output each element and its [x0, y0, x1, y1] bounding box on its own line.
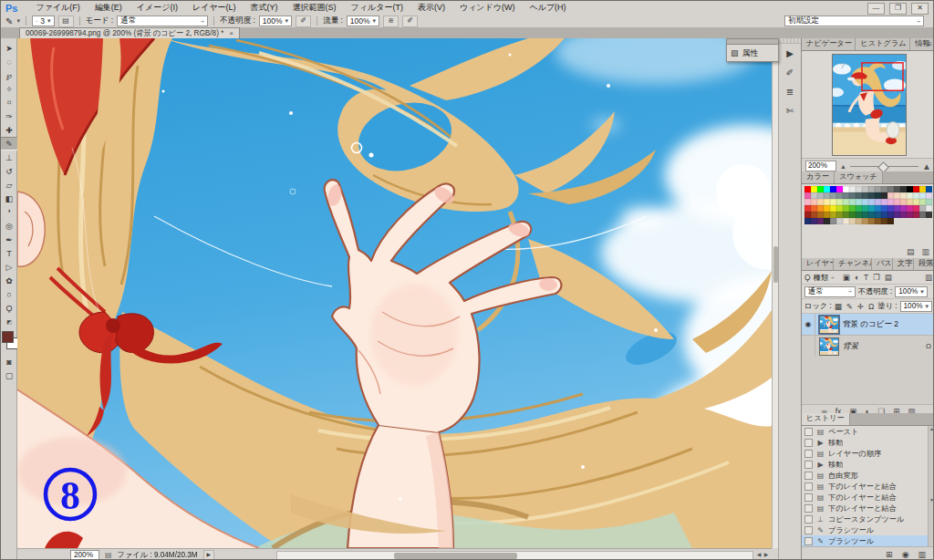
- color-swatch[interactable]: [926, 205, 932, 212]
- color-swatch[interactable]: [836, 186, 843, 192]
- visibility-toggle[interactable]: ◉: [802, 336, 815, 357]
- color-swatch[interactable]: [830, 186, 836, 192]
- color-swatch[interactable]: [804, 192, 811, 199]
- default-colors-icon[interactable]: ◩: [1, 318, 17, 326]
- color-swatch[interactable]: [824, 205, 830, 212]
- color-swatch[interactable]: [913, 212, 919, 218]
- color-swatch[interactable]: [817, 205, 824, 212]
- color-swatch[interactable]: [881, 212, 887, 218]
- canvas-viewport[interactable]: 8: [17, 38, 772, 548]
- color-swatch[interactable]: [862, 186, 868, 192]
- history-source-checkbox[interactable]: [804, 461, 813, 469]
- color-swatch[interactable]: [875, 218, 881, 224]
- dock-panel-button[interactable]: ≣: [779, 82, 801, 101]
- color-swatch[interactable]: [804, 199, 811, 205]
- close-button[interactable]: ✕: [911, 3, 929, 15]
- color-swatch[interactable]: [875, 212, 881, 218]
- color-swatch[interactable]: [875, 205, 881, 212]
- brush-preset-picker[interactable]: ·3▾: [32, 16, 55, 26]
- tool-button[interactable]: ➤: [1, 41, 17, 55]
- color-swatch[interactable]: [919, 205, 926, 212]
- tool-button[interactable]: ↺: [1, 164, 17, 178]
- color-swatch[interactable]: [856, 205, 862, 212]
- color-swatch[interactable]: [926, 186, 932, 192]
- toggle-brush-panel-button[interactable]: ▤: [58, 16, 74, 27]
- layer-thumbnail[interactable]: [819, 337, 839, 356]
- color-swatch[interactable]: [849, 186, 856, 192]
- color-swatch[interactable]: [894, 199, 900, 205]
- color-swatch[interactable]: [919, 212, 926, 218]
- opacity-pressure-icon[interactable]: ✐: [296, 16, 311, 27]
- quick-mask-button[interactable]: ◙: [1, 355, 17, 368]
- menu-item[interactable]: ヘルプ(H): [522, 2, 573, 14]
- color-swatch[interactable]: [804, 212, 811, 218]
- color-swatch[interactable]: [843, 192, 849, 199]
- tool-button[interactable]: ◌: [1, 55, 17, 68]
- fill-select[interactable]: 100%▾: [900, 301, 932, 312]
- tool-button[interactable]: ✧: [1, 82, 17, 96]
- color-swatch[interactable]: [926, 212, 932, 218]
- color-swatch[interactable]: [907, 186, 913, 192]
- foreground-color-swatch[interactable]: [2, 331, 14, 343]
- history-state-row[interactable]: ⊥ コピースタンプツール: [802, 513, 934, 524]
- color-swatch[interactable]: [875, 199, 881, 205]
- history-state-row[interactable]: ▶ 移動: [802, 459, 934, 470]
- properties-panel-button[interactable]: ▧ 属性: [726, 45, 779, 62]
- color-swatch[interactable]: [849, 218, 856, 224]
- color-swatch[interactable]: [868, 186, 875, 192]
- color-swatch[interactable]: [907, 199, 913, 205]
- layer-opacity-select[interactable]: 100%▾: [895, 286, 927, 297]
- panel-tab[interactable]: スウォッチ: [835, 171, 883, 183]
- menu-item[interactable]: レイヤー(L): [185, 2, 244, 14]
- color-swatch[interactable]: [856, 199, 862, 205]
- color-swatch[interactable]: [868, 205, 875, 212]
- panel-tab[interactable]: 文字: [893, 258, 914, 270]
- panel-tab[interactable]: ヒストリー: [802, 413, 850, 425]
- menu-item[interactable]: ファイル(F): [28, 2, 87, 14]
- color-swatch[interactable]: [811, 192, 817, 199]
- menu-item[interactable]: フィルター(T): [344, 2, 410, 14]
- color-swatch[interactable]: [881, 205, 887, 212]
- status-popup-arrow-icon[interactable]: ▶: [203, 550, 214, 560]
- color-swatch[interactable]: [804, 218, 811, 224]
- zoom-level-field[interactable]: 200%: [70, 550, 99, 560]
- tool-button[interactable]: ◧: [1, 192, 17, 205]
- history-state-row[interactable]: ▤ 下のレイヤーと結合: [802, 481, 934, 492]
- menu-item[interactable]: ウィンドウ(W): [452, 2, 523, 14]
- history-state-row[interactable]: ▤ レイヤーの順序: [802, 448, 934, 459]
- lock-icon[interactable]: ▦: [835, 302, 842, 311]
- color-swatch[interactable]: [817, 218, 824, 224]
- history-source-checkbox[interactable]: [804, 504, 813, 513]
- color-swatch[interactable]: [868, 192, 875, 199]
- lock-icon[interactable]: ✎: [846, 302, 853, 311]
- color-swatch[interactable]: [843, 205, 849, 212]
- color-swatch[interactable]: [900, 205, 907, 212]
- panel-tab[interactable]: カラー: [802, 171, 835, 183]
- close-tab-icon[interactable]: ×: [229, 29, 234, 37]
- color-swatch[interactable]: [817, 186, 824, 192]
- color-swatch[interactable]: [856, 186, 862, 192]
- panel-tab[interactable]: 段落: [914, 258, 934, 270]
- color-swatch[interactable]: [830, 205, 836, 212]
- color-swatch[interactable]: [887, 192, 894, 199]
- mode-select[interactable]: 通常÷: [117, 16, 208, 26]
- color-swatch[interactable]: [843, 212, 849, 218]
- color-swatch[interactable]: [856, 218, 862, 224]
- size-pressure-icon[interactable]: ✐: [402, 16, 418, 27]
- tool-button[interactable]: ○: [1, 287, 17, 301]
- color-swatch[interactable]: [907, 205, 913, 212]
- color-swatch[interactable]: [856, 192, 862, 199]
- history-source-checkbox[interactable]: [804, 482, 813, 491]
- tool-button[interactable]: ℘: [1, 68, 17, 82]
- dock-panel-button[interactable]: ✐: [779, 63, 801, 82]
- history-action-icon[interactable]: ⊞: [886, 550, 893, 559]
- airbrush-icon[interactable]: ≋: [383, 16, 399, 27]
- color-swatch[interactable]: [919, 199, 926, 205]
- tool-button[interactable]: ❛: [1, 205, 17, 219]
- color-swatch[interactable]: [824, 186, 830, 192]
- color-swatch[interactable]: [830, 212, 836, 218]
- color-swatch[interactable]: [804, 205, 811, 212]
- color-swatch[interactable]: [868, 212, 875, 218]
- filter-toggle-icon[interactable]: ▥: [925, 273, 932, 282]
- blend-mode-select[interactable]: 通常÷: [804, 286, 856, 297]
